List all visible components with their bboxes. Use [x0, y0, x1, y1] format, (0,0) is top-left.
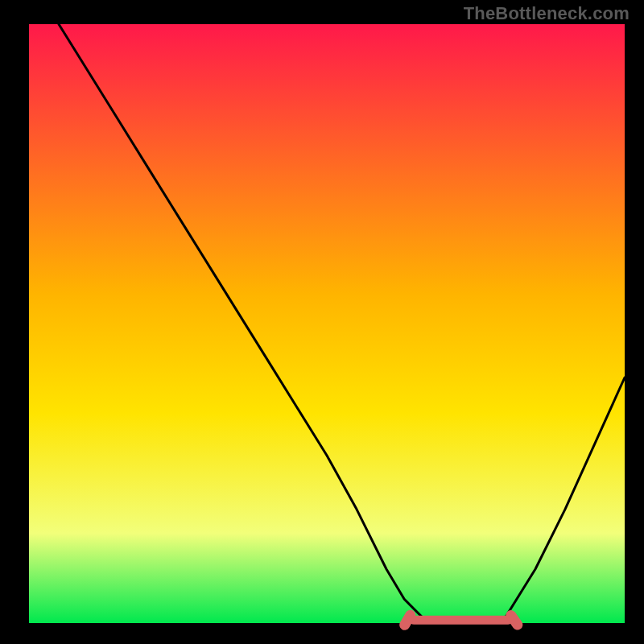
optimal-range-marker — [405, 615, 518, 625]
chart-stage: TheBottleneck.com — [0, 0, 644, 644]
plot-background — [29, 24, 625, 623]
svg-line-1 — [405, 615, 411, 625]
chart-svg — [0, 0, 644, 644]
svg-line-2 — [511, 616, 518, 625]
